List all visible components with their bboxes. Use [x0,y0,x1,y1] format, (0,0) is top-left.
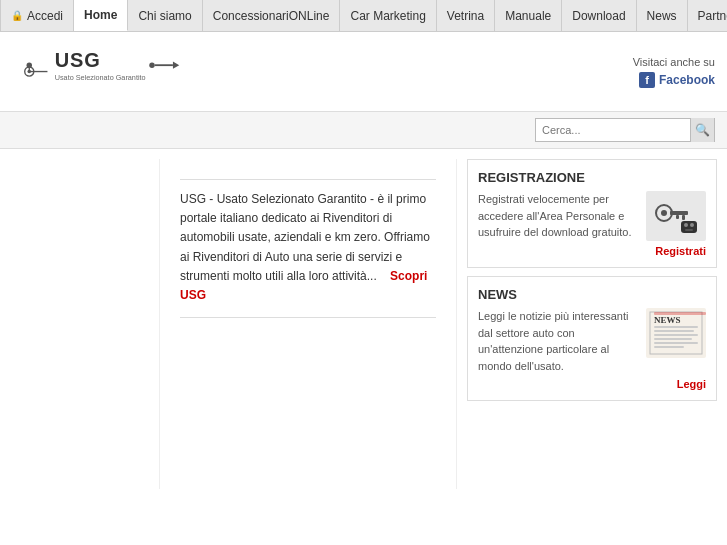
intro-text: USG - Usato Selezionato Garantito - è il… [180,190,436,305]
svg-rect-23 [654,326,698,328]
facebook-link[interactable]: f Facebook [639,72,715,88]
svg-point-18 [690,223,694,227]
nav-item-concessionari[interactable]: ConcessionariONLine [203,0,341,31]
facebook-icon: f [639,72,655,88]
nav-label-chi-siamo: Chi siamo [138,9,191,23]
nav-label-concessionari: ConcessionariONLine [213,9,330,23]
svg-point-12 [661,210,667,216]
header-right: Visitaci anche su f Facebook [633,56,715,88]
nav-label-home: Home [84,8,117,22]
divider-bottom [180,317,436,318]
svg-rect-28 [654,346,684,348]
lock-icon: 🔒 [11,10,23,21]
svg-marker-5 [173,61,179,68]
search-button[interactable]: 🔍 [690,118,714,142]
visitaci-text: Visitaci anche su [633,56,715,68]
nav-item-download[interactable]: Download [562,0,636,31]
header: USG Usato Selezionato Garantito Visitaci… [0,32,727,112]
nav-label-vetrina: Vetrina [447,9,484,23]
nav-item-partner[interactable]: Partner [688,0,727,31]
svg-point-17 [684,223,688,227]
svg-point-6 [149,62,154,67]
svg-rect-29 [654,312,706,315]
logo-area: USG Usato Selezionato Garantito [12,47,192,97]
news-card: NEWS Leggi le notizie più interessanti d… [467,276,717,401]
nav-item-home[interactable]: Home [74,0,128,31]
facebook-label: Facebook [659,73,715,87]
nav-item-news[interactable]: News [637,0,688,31]
logo-svg: USG Usato Selezionato Garantito [12,47,192,97]
svg-text:NEWS: NEWS [654,315,681,325]
news-image: NEWS [646,308,706,358]
scopri-spacer [380,269,387,283]
news-title: NEWS [478,287,706,302]
nav-bar: 🔒 Accedi Home Chi siamo ConcessionariONL… [0,0,727,32]
nav-label-manuale: Manuale [505,9,551,23]
registration-body: Registrati velocemente per accedere all'… [478,191,706,241]
svg-rect-13 [670,211,688,215]
nav-label-news: News [647,9,677,23]
registration-title: REGISTRAZIONE [478,170,706,185]
news-text: Leggi le notizie più interessanti dal se… [478,308,638,374]
search-bar: 🔍 [0,112,727,149]
right-panel: REGISTRAZIONE Registrati velocemente per… [457,159,727,489]
divider-top [180,179,436,180]
svg-rect-16 [681,221,697,233]
nav-item-car-marketing[interactable]: Car Marketing [340,0,436,31]
svg-rect-25 [654,334,698,336]
svg-rect-19 [685,229,693,231]
nav-label-download: Download [572,9,625,23]
nav-item-vetrina[interactable]: Vetrina [437,0,495,31]
nav-label-partner: Partner [698,9,727,23]
main-content: USG - Usato Selezionato Garantito - è il… [0,149,727,499]
nav-item-chi-siamo[interactable]: Chi siamo [128,0,202,31]
svg-text:Usato Selezionato Garantito: Usato Selezionato Garantito [55,72,146,81]
nav-item-manuale[interactable]: Manuale [495,0,562,31]
registration-text: Registrati velocemente per accedere all'… [478,191,638,241]
svg-rect-27 [654,342,698,344]
center-panel: USG - Usato Selezionato Garantito - è il… [160,159,457,489]
news-body: Leggi le notizie più interessanti dal se… [478,308,706,374]
svg-rect-15 [676,215,679,219]
svg-rect-26 [654,338,692,340]
nav-label-accedi: Accedi [27,9,63,23]
registration-link[interactable]: Registrati [478,245,706,257]
svg-rect-24 [654,330,694,332]
svg-text:USG: USG [55,49,101,71]
left-panel [0,159,160,489]
registration-card: REGISTRAZIONE Registrati velocemente per… [467,159,717,268]
search-input-wrap: 🔍 [535,118,715,142]
search-input[interactable] [536,119,690,141]
keys-image [646,191,706,241]
svg-rect-14 [682,215,685,220]
nav-item-accedi[interactable]: 🔒 Accedi [0,0,74,31]
news-link[interactable]: Leggi [478,378,706,390]
nav-label-car-marketing: Car Marketing [350,9,425,23]
